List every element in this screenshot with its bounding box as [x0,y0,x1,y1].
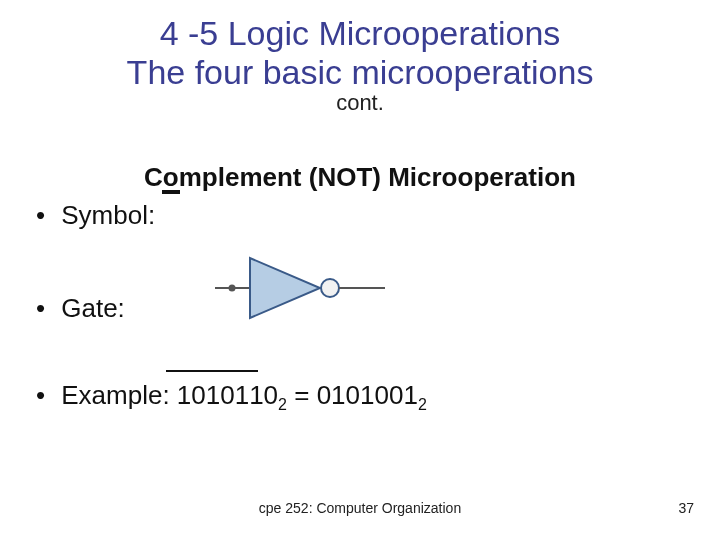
title-line-1: 4 -5 Logic Microoperations [0,14,720,53]
example-eq: = [294,380,316,410]
example-lhs: 1010110 [177,380,278,410]
title-block: 4 -5 Logic Microoperations The four basi… [0,14,720,116]
section-heading: Complement (NOT) Microoperation [0,162,720,193]
svg-point-1 [229,285,236,292]
bullet-dot-icon: • [36,293,54,324]
not-gate-icon [210,248,390,328]
symbol-label: Symbol: [61,200,155,230]
example-rhs-sub: 2 [418,396,427,413]
footer-page-number: 37 [678,500,694,516]
bullet-dot-icon: • [36,200,54,231]
bullet-example: • Example: 10101102 = 01010012 [36,380,427,414]
slide: 4 -5 Logic Microoperations The four basi… [0,0,720,540]
complement-bar-icon [162,190,180,194]
svg-marker-2 [250,258,320,318]
footer-course: cpe 252: Computer Organization [0,500,720,516]
example-rhs: 0101001 [317,380,418,410]
title-subtitle: cont. [0,90,720,116]
gate-label: Gate: [61,293,125,323]
svg-point-3 [321,279,339,297]
example-lhs-sub: 2 [278,396,287,413]
bullet-dot-icon: • [36,380,54,411]
bullet-symbol: • Symbol: [36,200,155,231]
title-line-2: The four basic microoperations [0,53,720,92]
example-overline-icon [166,370,258,372]
bullet-gate: • Gate: [36,293,125,324]
example-label: Example: [61,380,169,410]
